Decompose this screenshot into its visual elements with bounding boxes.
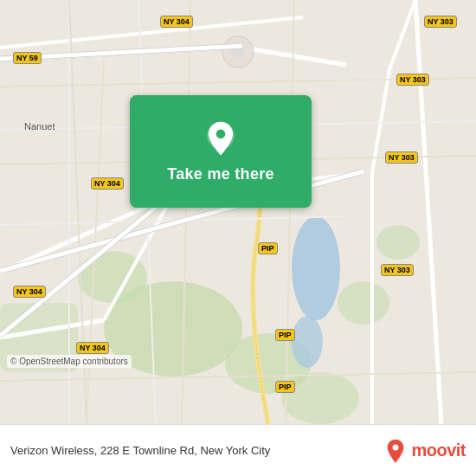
highway-label-pip-bot2: PIP bbox=[275, 381, 295, 393]
svg-point-8 bbox=[292, 216, 340, 320]
take-me-there-button[interactable]: Take me there bbox=[130, 95, 312, 208]
highway-label-pip-bot: PIP bbox=[275, 329, 295, 341]
highway-label-ny303-mr3: NY 303 bbox=[381, 264, 414, 276]
svg-point-7 bbox=[281, 372, 359, 424]
highway-label-ny304-bot2: NY 304 bbox=[76, 342, 109, 354]
highway-label-ny304-bot1: NY 304 bbox=[13, 286, 46, 298]
svg-point-9 bbox=[292, 316, 323, 368]
svg-point-5 bbox=[376, 225, 420, 260]
highway-label-ny303-mr2: NY 303 bbox=[385, 151, 418, 164]
highway-label-ny303-mr1: NY 303 bbox=[396, 74, 429, 86]
town-label-nanuet: Nanuet bbox=[24, 121, 55, 132]
highway-label-pip-mid: PIP bbox=[258, 242, 278, 254]
highway-label-ny303-tr: NY 303 bbox=[424, 16, 457, 28]
map-container: NY 304 NY 59 NY 304 NY 303 NY 303 NY 303… bbox=[0, 0, 476, 424]
highway-label-ny304-mid: NY 304 bbox=[91, 177, 124, 190]
map-copyright: © OpenStreetMap contributors bbox=[7, 355, 132, 368]
location-pin-icon bbox=[202, 120, 240, 158]
take-me-there-label: Take me there bbox=[167, 165, 274, 183]
place-name: Verizon Wireless, 228 E Townline Rd, New… bbox=[10, 444, 375, 457]
svg-point-44 bbox=[393, 444, 399, 450]
place-info: Verizon Wireless, 228 E Townline Rd, New… bbox=[10, 444, 375, 457]
svg-point-4 bbox=[338, 281, 389, 325]
moovit-brand-text: moovit bbox=[411, 441, 466, 460]
moovit-pin-icon bbox=[383, 439, 408, 463]
svg-point-43 bbox=[216, 129, 226, 138]
bottom-bar: Verizon Wireless, 228 E Townline Rd, New… bbox=[0, 424, 476, 476]
highway-label-ny304-top: NY 304 bbox=[160, 16, 193, 28]
moovit-logo: moovit bbox=[383, 439, 466, 463]
highway-label-ny59: NY 59 bbox=[13, 52, 42, 64]
